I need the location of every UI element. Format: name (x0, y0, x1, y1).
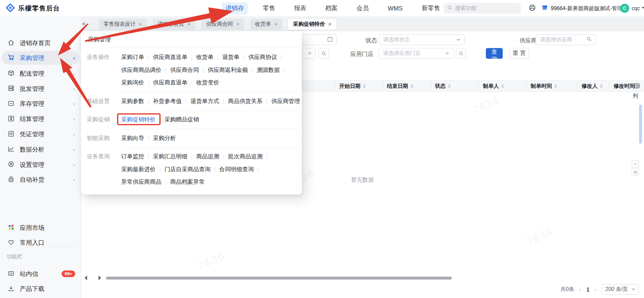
username[interactable]: cqc (632, 5, 640, 12)
menu-item[interactable]: 合同明细查询 (219, 166, 254, 172)
close-icon[interactable]: × (328, 21, 331, 27)
collapse-sidebar-icon[interactable]: « (82, 20, 85, 27)
menu-item[interactable]: 批次商品追溯 (228, 153, 262, 160)
sidebar-item-0[interactable]: 进销存首页 (2, 36, 79, 50)
table-column-1[interactable]: 结束日期 (383, 80, 431, 92)
table-column-2[interactable]: 状态 (430, 80, 479, 92)
menu-item[interactable]: 采购汇总明细 (153, 153, 188, 160)
current-page[interactable]: 1 (586, 286, 589, 292)
menu-item[interactable]: 供应商合同 (170, 66, 199, 73)
sort-icon[interactable] (501, 84, 505, 88)
sidebar-tool-0[interactable]: 站内信99+ (2, 267, 79, 281)
sort-icon[interactable] (363, 84, 366, 88)
menu-item[interactable]: 商品追溯 (196, 153, 219, 160)
close-icon[interactable]: × (139, 21, 142, 27)
scroll-right-icon[interactable] (99, 275, 101, 280)
menu-item[interactable]: 采购最新进价 (121, 166, 156, 172)
menu-item[interactable]: 采购订单 (121, 54, 144, 60)
store-search-button[interactable] (456, 48, 466, 59)
side-tool-grid-icon[interactable]: ▤ (632, 168, 639, 176)
sort-icon[interactable] (600, 84, 603, 88)
menu-item[interactable]: 订单监控 (121, 153, 144, 160)
table-column-0[interactable]: 开始日期 (335, 80, 382, 92)
sidebar-tool-1[interactable]: 产品下载 (2, 282, 79, 296)
supplier-input[interactable]: 请选择供应商 (535, 35, 596, 45)
tab-2[interactable]: 供应商合同× (201, 19, 245, 29)
tenant-switcher[interactable]: 99664-新界面商超版测试-管理... (541, 4, 627, 13)
column-settings-icon[interactable] (634, 83, 640, 91)
top-nav-item-3[interactable]: 档案 (321, 2, 341, 14)
menu-item[interactable]: 异常供应商商品 (121, 179, 161, 185)
app-logo[interactable]: 乐檬零售后台 (6, 3, 60, 14)
tab-3[interactable]: 收货单× (250, 19, 282, 29)
top-nav-item-1[interactable]: 零售 (259, 2, 279, 14)
sort-icon[interactable] (554, 84, 558, 88)
printer-icon[interactable] (528, 4, 536, 14)
menu-item[interactable]: 采购询价 (121, 79, 144, 86)
hidden-search-button[interactable] (319, 48, 329, 59)
query-button[interactable]: 查 询 (486, 48, 503, 59)
menu-item[interactable]: 供应商协议 (248, 54, 277, 60)
top-nav-item-0[interactable]: 进销存 (222, 2, 248, 14)
search-functions-box[interactable]: 搜索功能 (444, 3, 521, 13)
top-nav-item-6[interactable]: 新零售 (418, 2, 444, 14)
sidebar-item-1[interactable]: 采购管理› (2, 51, 79, 65)
menu-item[interactable]: 溯源数据 (257, 66, 280, 73)
table-column-3[interactable]: 制单人 (479, 80, 526, 92)
tab-4[interactable]: 采购促销特价× (288, 19, 336, 29)
menu-item[interactable]: 供应商返利金额 (208, 66, 248, 73)
tab-0[interactable]: 零售报表设计× (99, 19, 147, 29)
status-select[interactable]: 请选择状态 (379, 35, 465, 45)
prev-page-icon[interactable]: ‹ (579, 286, 581, 293)
close-icon[interactable]: × (274, 21, 277, 27)
menu-item[interactable]: 采购分析 (153, 135, 176, 141)
scroll-left-icon[interactable] (84, 275, 87, 280)
close-icon[interactable]: × (188, 21, 191, 27)
sidebar-item-4[interactable]: 库存管理› (2, 97, 79, 111)
right-scrollbar-thumb[interactable] (639, 105, 642, 144)
sidebar-secondary-0[interactable]: 应用市场 (2, 221, 79, 235)
store-select[interactable]: 请选择应用门店 (379, 48, 454, 59)
menu-item[interactable]: 补货参考值 (153, 98, 182, 104)
table-column-5[interactable]: 修改人 (577, 80, 609, 92)
side-tool-list-icon[interactable]: ≡ (632, 160, 639, 167)
sidebar-item-5[interactable]: 结算管理› (2, 112, 79, 126)
next-page-icon[interactable]: › (594, 286, 597, 293)
menu-item[interactable]: 退货单 (222, 54, 239, 60)
sidebar-secondary-1[interactable]: 常用入口 (2, 236, 79, 250)
horizontal-scrollbar-thumb[interactable] (106, 277, 452, 279)
chevron-down-icon[interactable] (642, 7, 644, 11)
avatar[interactable]: C (620, 4, 629, 13)
menu-item[interactable]: 供应商直退单 (153, 79, 188, 86)
sidebar-item-9[interactable]: 自动补货› (2, 173, 79, 187)
sidebar-item-7[interactable]: 数据分析› (2, 142, 79, 156)
sidebar-item-8[interactable]: 设置管理› (2, 158, 79, 172)
menu-item[interactable]: 采购向导 (121, 135, 144, 141)
top-nav-item-4[interactable]: 会员 (353, 2, 372, 14)
sidebar-item-6[interactable]: 凭证管理› (2, 127, 79, 141)
page-size-select[interactable]: 200 条/页 (602, 284, 639, 295)
menu-item[interactable]: 商品供货关系 (228, 98, 262, 104)
tab-1[interactable]: 进销存首页× (153, 19, 196, 29)
menu-item[interactable]: 商品档案异常 (170, 179, 205, 185)
menu-item[interactable]: 供应商直送单 (153, 54, 188, 60)
menu-item[interactable]: 采购参数 (121, 98, 144, 104)
menu-item[interactable]: 采购赠品促销 (164, 116, 199, 123)
menu-item[interactable]: 收货变价 (196, 79, 219, 86)
reset-button[interactable]: 重 置 (509, 48, 529, 59)
menu-item[interactable]: 采购促销特价 (121, 116, 156, 123)
menu-item[interactable]: 收货单 (196, 54, 214, 60)
sort-icon[interactable] (448, 84, 451, 88)
top-nav-item-5[interactable]: WMS (384, 3, 406, 14)
menu-item[interactable]: 门店自采商品查询 (164, 166, 211, 172)
top-nav-item-2[interactable]: 报表 (290, 2, 310, 14)
column-tool-label[interactable]: 列 (633, 92, 638, 100)
sidebar-item-3[interactable]: 批发管理› (2, 82, 79, 96)
sort-icon[interactable] (410, 84, 414, 88)
sidebar-item-2[interactable]: 配送管理› (2, 66, 79, 80)
menu-item[interactable]: 供应商商品调价 (121, 66, 161, 73)
menu-item[interactable]: 供应商管理 (271, 98, 300, 104)
menu-item[interactable]: 退货单方式 (191, 98, 219, 104)
table-column-4[interactable]: 制单时间 (526, 80, 577, 92)
close-icon[interactable]: × (236, 21, 239, 27)
